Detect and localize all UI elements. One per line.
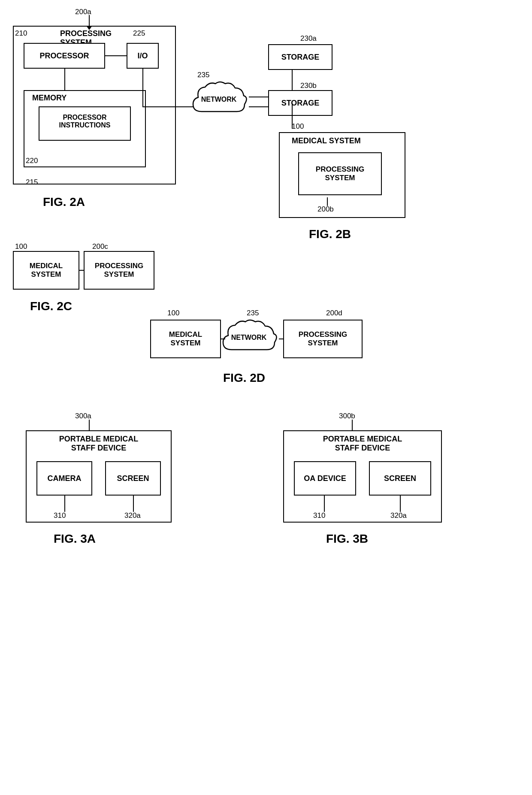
label-230b: 230b xyxy=(300,82,317,90)
svg-text:NETWORK: NETWORK xyxy=(201,96,237,103)
proc-instructions-label: PROCESSORINSTRUCTIONS xyxy=(43,114,127,129)
arrow-200b-line xyxy=(327,197,328,206)
svg-text:NETWORK: NETWORK xyxy=(231,334,267,341)
arrow-310-fig3a xyxy=(64,496,65,512)
screen-box-fig3b: SCREEN xyxy=(369,461,431,496)
processor-box: PROCESSOR xyxy=(24,43,105,69)
arrow-320a-fig3a xyxy=(133,496,134,512)
oa-device-box-fig3b: OA DEVICE xyxy=(294,461,356,496)
arrow-200a xyxy=(89,15,90,27)
storageA-box: STORAGE xyxy=(268,44,332,70)
label-200c-fig2c: 200c xyxy=(92,242,108,251)
fig2d-ms-net-line xyxy=(221,339,225,339)
processing-system-box-fig2d: PROCESSINGSYSTEM xyxy=(283,320,363,358)
arrow-310-fig3b xyxy=(324,496,325,512)
label-310-fig3b: 310 xyxy=(313,511,325,520)
label-230a: 230a xyxy=(300,34,317,43)
label-235-fig2d: 235 xyxy=(247,309,259,317)
label-300a-fig3a: 300a xyxy=(75,412,91,420)
arrow-300b-line xyxy=(352,420,353,430)
network-cloud-fig2d: NETWORK xyxy=(219,317,279,362)
proc-mem-line xyxy=(64,69,65,90)
fig2a-label: FIG. 2A xyxy=(43,195,85,209)
fig2c-label: FIG. 2C xyxy=(30,299,72,313)
io-down-line xyxy=(142,69,143,107)
arrow-300a-line xyxy=(89,420,90,430)
label-320a-fig3a: 320a xyxy=(124,511,141,520)
fig2b-label: FIG. 2B xyxy=(309,227,351,241)
portable-medical-label-fig3b: PORTABLE MEDICALSTAFF DEVICE xyxy=(296,435,429,453)
proc-io-line xyxy=(105,55,127,56)
label-225: 225 xyxy=(133,29,145,38)
label-235-fig2a: 235 xyxy=(197,71,209,79)
screen-box-fig3a: SCREEN xyxy=(105,461,161,496)
label-215: 215 xyxy=(26,178,38,187)
label-100-fig2c: 100 xyxy=(15,242,27,251)
fig3b-label: FIG. 3B xyxy=(326,532,368,546)
network-cloud-fig2a: NETWORK xyxy=(189,79,249,124)
io-box: I/O xyxy=(127,43,159,69)
memory-label: MEMORY xyxy=(32,94,66,103)
label-220: 220 xyxy=(26,157,38,165)
processing-system-box-fig2c: PROCESSINGSYSTEM xyxy=(84,251,154,290)
label-200b: 200b xyxy=(317,205,334,214)
medical-system-label-fig2b: MEDICAL SYSTEM xyxy=(292,136,361,145)
fig2c-connect-line xyxy=(79,270,84,271)
fig3a-label: FIG. 3A xyxy=(54,532,96,546)
storageB-box: STORAGE xyxy=(268,90,332,116)
label-200d-fig2d: 200d xyxy=(326,309,342,317)
label-100-fig2d: 100 xyxy=(167,309,179,317)
portable-medical-label-fig3a: PORTABLE MEDICALSTAFF DEVICE xyxy=(39,435,159,453)
arrow-320a-fig3b xyxy=(400,496,401,512)
medical-system-box-fig2d: MEDICALSYSTEM xyxy=(150,320,221,358)
network-storageB-hline xyxy=(249,106,268,107)
fig2d-net-ps-line xyxy=(279,339,283,339)
camera-box-fig3a: CAMERA xyxy=(36,461,92,496)
label-100-fig2b: 100 xyxy=(292,122,304,131)
fig2d-label: FIG. 2D xyxy=(223,371,265,385)
label-310-fig3a: 310 xyxy=(54,511,66,520)
label-300b-fig3b: 300b xyxy=(339,412,355,420)
label-320a-fig3b: 320a xyxy=(390,511,407,520)
label-210: 210 xyxy=(15,29,27,38)
medical-system-box-fig2c: MEDICALSYSTEM xyxy=(13,251,79,290)
processing-system-box-fig2b: PROCESSINGSYSTEM xyxy=(298,152,382,195)
